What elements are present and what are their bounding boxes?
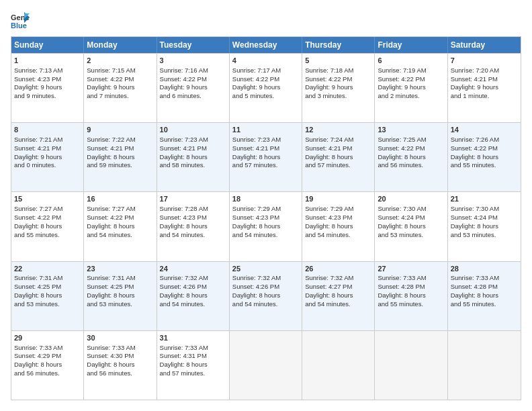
calendar-body: 1Sunrise: 7:13 AMSunset: 4:23 PMDaylight… bbox=[11, 53, 521, 400]
day-cell-1: 1Sunrise: 7:13 AMSunset: 4:23 PMDaylight… bbox=[11, 54, 84, 122]
day-cell-12: 12Sunrise: 7:24 AMSunset: 4:21 PMDayligh… bbox=[302, 123, 375, 191]
day-cell-10: 10Sunrise: 7:23 AMSunset: 4:21 PMDayligh… bbox=[157, 123, 230, 191]
day-info-line: Sunset: 4:28 PM bbox=[378, 283, 444, 291]
day-number: 24 bbox=[160, 264, 226, 274]
day-info-line: Daylight: 9 hours bbox=[232, 83, 299, 92]
day-info-line: Sunset: 4:25 PM bbox=[14, 283, 81, 291]
day-info-line: Sunrise: 7:31 AM bbox=[87, 274, 153, 283]
day-info-line: Sunrise: 7:30 AM bbox=[451, 205, 518, 214]
day-info-line: Sunset: 4:31 PM bbox=[160, 352, 226, 361]
day-number: 7 bbox=[451, 56, 518, 66]
day-info-line: Sunset: 4:26 PM bbox=[232, 283, 299, 291]
day-cell-2: 2Sunrise: 7:15 AMSunset: 4:22 PMDaylight… bbox=[84, 54, 157, 122]
day-info-line: Sunrise: 7:18 AM bbox=[305, 66, 371, 75]
day-number: 1 bbox=[14, 56, 81, 66]
day-info-line: Daylight: 8 hours bbox=[14, 361, 81, 369]
empty-cell bbox=[375, 331, 447, 400]
day-info-line: Sunrise: 7:22 AM bbox=[87, 136, 153, 144]
day-info-line: Daylight: 9 hours bbox=[160, 83, 226, 92]
day-info-line: Daylight: 8 hours bbox=[14, 222, 81, 231]
day-info-line: Sunset: 4:21 PM bbox=[14, 144, 81, 153]
day-info-line: and 55 minutes. bbox=[451, 300, 518, 309]
day-number: 25 bbox=[232, 264, 299, 274]
day-info-line: Sunrise: 7:33 AM bbox=[378, 274, 444, 283]
day-number: 13 bbox=[378, 125, 444, 135]
calendar-row-4: 22Sunrise: 7:31 AMSunset: 4:25 PMDayligh… bbox=[11, 261, 521, 330]
day-cell-16: 16Sunrise: 7:27 AMSunset: 4:22 PMDayligh… bbox=[84, 192, 157, 261]
day-cell-14: 14Sunrise: 7:26 AMSunset: 4:22 PMDayligh… bbox=[448, 123, 521, 191]
day-header-wednesday: Wednesday bbox=[230, 37, 302, 53]
day-number: 6 bbox=[378, 56, 444, 66]
day-number: 2 bbox=[87, 56, 153, 66]
day-info-line: Sunrise: 7:23 AM bbox=[232, 136, 299, 144]
day-number: 10 bbox=[160, 125, 226, 135]
day-info-line: Sunrise: 7:17 AM bbox=[232, 66, 299, 75]
day-cell-5: 5Sunrise: 7:18 AMSunset: 4:22 PMDaylight… bbox=[302, 54, 375, 122]
day-info-line: Sunrise: 7:29 AM bbox=[232, 205, 299, 214]
day-number: 14 bbox=[451, 125, 518, 135]
day-info-line: Sunset: 4:22 PM bbox=[451, 144, 518, 153]
day-info-line: Daylight: 8 hours bbox=[232, 291, 299, 300]
day-info-line: and 7 minutes. bbox=[87, 92, 153, 101]
day-info-line: Daylight: 8 hours bbox=[451, 291, 518, 300]
day-info-line: Daylight: 8 hours bbox=[378, 291, 444, 300]
empty-cell bbox=[302, 331, 375, 400]
day-info-line: Sunset: 4:22 PM bbox=[378, 75, 444, 84]
day-header-tuesday: Tuesday bbox=[157, 37, 230, 53]
day-info-line: Sunset: 4:24 PM bbox=[451, 214, 518, 222]
day-info-line: Sunrise: 7:16 AM bbox=[160, 66, 226, 75]
day-number: 20 bbox=[378, 194, 444, 204]
day-info-line: Sunset: 4:22 PM bbox=[87, 214, 153, 222]
day-info-line: and 3 minutes. bbox=[305, 92, 371, 101]
day-info-line: Sunrise: 7:20 AM bbox=[451, 66, 518, 75]
day-info-line: and 56 minutes. bbox=[87, 369, 153, 378]
day-info-line: Daylight: 9 hours bbox=[14, 83, 81, 92]
day-info-line: and 2 minutes. bbox=[378, 92, 444, 101]
day-header-sunday: Sunday bbox=[11, 37, 84, 53]
day-number: 18 bbox=[232, 194, 299, 204]
day-number: 23 bbox=[87, 264, 153, 274]
day-number: 29 bbox=[14, 333, 81, 343]
day-info-line: Sunrise: 7:15 AM bbox=[87, 66, 153, 75]
day-cell-18: 18Sunrise: 7:29 AMSunset: 4:23 PMDayligh… bbox=[230, 192, 302, 261]
day-cell-6: 6Sunrise: 7:19 AMSunset: 4:22 PMDaylight… bbox=[375, 54, 447, 122]
day-info-line: Sunset: 4:29 PM bbox=[14, 352, 81, 361]
day-number: 4 bbox=[232, 56, 299, 66]
day-info-line: Sunset: 4:21 PM bbox=[305, 144, 371, 153]
day-info-line: and 54 minutes. bbox=[232, 231, 299, 240]
calendar-row-5: 29Sunrise: 7:33 AMSunset: 4:29 PMDayligh… bbox=[11, 330, 521, 400]
day-info-line: Daylight: 8 hours bbox=[160, 361, 226, 369]
day-info-line: and 53 minutes. bbox=[87, 300, 153, 309]
day-cell-20: 20Sunrise: 7:30 AMSunset: 4:24 PMDayligh… bbox=[375, 192, 447, 261]
day-info-line: and 55 minutes. bbox=[14, 231, 81, 240]
day-info-line: Sunrise: 7:27 AM bbox=[14, 205, 81, 214]
day-info-line: Sunset: 4:22 PM bbox=[160, 75, 226, 84]
day-info-line: Sunrise: 7:32 AM bbox=[305, 274, 371, 283]
day-info-line: Sunset: 4:21 PM bbox=[451, 75, 518, 84]
day-info-line: Sunrise: 7:24 AM bbox=[305, 136, 371, 144]
svg-text:Blue: Blue bbox=[11, 21, 27, 30]
day-info-line: and 6 minutes. bbox=[160, 92, 226, 101]
day-info-line: and 57 minutes. bbox=[305, 161, 371, 170]
empty-cell bbox=[230, 331, 302, 400]
day-info-line: Sunset: 4:22 PM bbox=[305, 75, 371, 84]
day-number: 30 bbox=[87, 333, 153, 343]
day-number: 12 bbox=[305, 125, 371, 135]
day-info-line: Sunrise: 7:13 AM bbox=[14, 66, 81, 75]
day-info-line: Daylight: 8 hours bbox=[232, 222, 299, 231]
day-info-line: and 55 minutes. bbox=[451, 161, 518, 170]
day-cell-23: 23Sunrise: 7:31 AMSunset: 4:25 PMDayligh… bbox=[84, 262, 157, 330]
day-info-line: Daylight: 8 hours bbox=[451, 153, 518, 162]
day-header-monday: Monday bbox=[84, 37, 157, 53]
day-info-line: Daylight: 8 hours bbox=[305, 222, 371, 231]
day-info-line: Sunrise: 7:30 AM bbox=[378, 205, 444, 214]
day-info-line: and 53 minutes. bbox=[451, 231, 518, 240]
day-cell-24: 24Sunrise: 7:32 AMSunset: 4:26 PMDayligh… bbox=[157, 262, 230, 330]
day-info-line: Daylight: 9 hours bbox=[378, 83, 444, 92]
day-number: 3 bbox=[160, 56, 226, 66]
day-info-line: and 54 minutes. bbox=[305, 300, 371, 309]
day-info-line: Daylight: 8 hours bbox=[378, 153, 444, 162]
day-number: 16 bbox=[87, 194, 153, 204]
day-info-line: Sunset: 4:22 PM bbox=[14, 214, 81, 222]
day-info-line: Sunrise: 7:32 AM bbox=[160, 274, 226, 283]
